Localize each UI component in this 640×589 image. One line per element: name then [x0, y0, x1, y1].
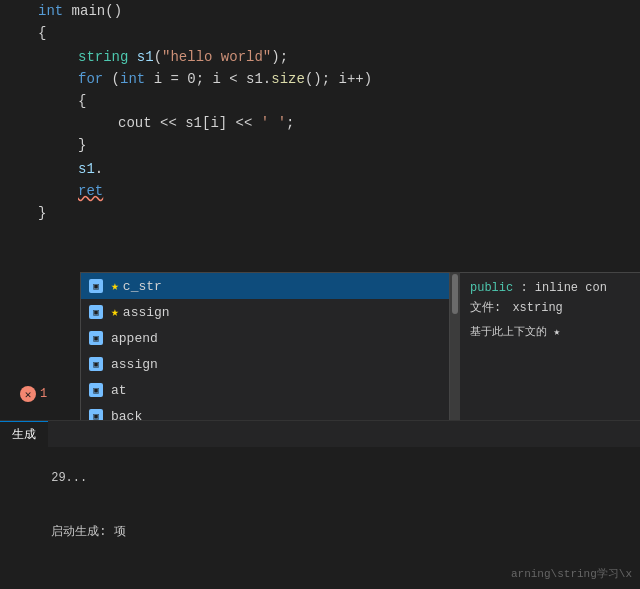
- ac-label-at: at: [111, 383, 127, 398]
- ac-detail-file-name: xstring: [512, 301, 562, 315]
- ac-detail-file: 文件: xstring: [470, 299, 640, 316]
- ac-item-star-assign[interactable]: ▣ ★ assign: [81, 299, 449, 325]
- code-line-5: for ( int i = 0; i < s1. size (); i++): [0, 68, 640, 90]
- tab-build[interactable]: 生成: [0, 421, 48, 447]
- output-line-1: 29...: [8, 451, 632, 505]
- ac-cube-icon-6: ▣: [87, 407, 105, 420]
- code-line-4: string s1 ( "hello world" );: [0, 46, 640, 68]
- ac-label-star-assign: assign: [123, 305, 170, 320]
- ac-item-c_str[interactable]: ▣ ★ c_str: [81, 273, 449, 299]
- scrollbar-thumb[interactable]: [452, 274, 458, 314]
- code-line-1: int main(): [0, 0, 640, 22]
- ac-cube-icon-2: ▣: [87, 303, 105, 321]
- ac-context-text: 基于此上下文的 ★: [470, 326, 560, 338]
- error-badge[interactable]: ✕ 1: [20, 386, 47, 402]
- code-line-2: {: [0, 22, 640, 44]
- ac-cube-icon-4: ▣: [87, 355, 105, 373]
- ac-detail-signature: public : inline con: [470, 281, 640, 295]
- code-line-7: cout << s1[i] << ' ' ;: [0, 112, 640, 134]
- ac-item-back[interactable]: ▣ back: [81, 403, 449, 420]
- autocomplete-detail: public : inline con 文件: xstring 基于此上下文的 …: [460, 272, 640, 420]
- ac-item-append[interactable]: ▣ append: [81, 325, 449, 351]
- bottom-path-hint: arning\string学习\x: [511, 566, 632, 581]
- ac-detail-context: 基于此上下文的 ★: [470, 324, 640, 339]
- autocomplete-scrollbar[interactable]: [450, 272, 460, 420]
- ac-item-assign[interactable]: ▣ assign: [81, 351, 449, 377]
- ac-star-assign: ★: [111, 304, 119, 320]
- code-line-6: {: [0, 90, 640, 112]
- ac-star-c_str: ★: [111, 278, 119, 294]
- ac-label-append: append: [111, 331, 158, 346]
- error-count: 1: [40, 387, 47, 401]
- code-line-10: s1 .: [0, 158, 640, 180]
- bottom-tabs[interactable]: 生成: [0, 421, 640, 447]
- ac-item-at[interactable]: ▣ at: [81, 377, 449, 403]
- code-line-11: ret: [0, 180, 640, 202]
- ac-cube-icon-5: ▣: [87, 381, 105, 399]
- ac-detail-access: public: [470, 281, 513, 295]
- code-line-8: }: [0, 134, 640, 156]
- output-text-2: 启动生成: 项: [51, 525, 125, 539]
- autocomplete-dropdown[interactable]: ▣ ★ c_str ▣ ★ assign ▣ append: [80, 272, 640, 420]
- ac-detail-type: inline con: [535, 281, 607, 295]
- ac-cube-icon-3: ▣: [87, 329, 105, 347]
- ac-label-assign: assign: [111, 357, 158, 372]
- ac-detail-file-label: 文件:: [470, 301, 501, 315]
- output-text-1: 29...: [51, 471, 87, 485]
- code-editor[interactable]: int main() { string s1 ( "hello world" )…: [0, 0, 640, 420]
- ac-label-c_str: c_str: [123, 279, 162, 294]
- code-line-12: }: [0, 202, 640, 224]
- ac-label-back: back: [111, 409, 142, 421]
- bottom-path-text: arning\string学习\x: [511, 568, 632, 580]
- autocomplete-list[interactable]: ▣ ★ c_str ▣ ★ assign ▣ append: [80, 272, 450, 420]
- ac-detail-sep: :: [520, 281, 534, 295]
- error-icon: ✕: [20, 386, 36, 402]
- bottom-panel: 生成 29... 启动生成: 项 /cxproj -> --- 1 成功 arn…: [0, 420, 640, 589]
- ac-cube-icon: ▣: [87, 277, 105, 295]
- output-line-2: 启动生成: 项: [8, 505, 632, 559]
